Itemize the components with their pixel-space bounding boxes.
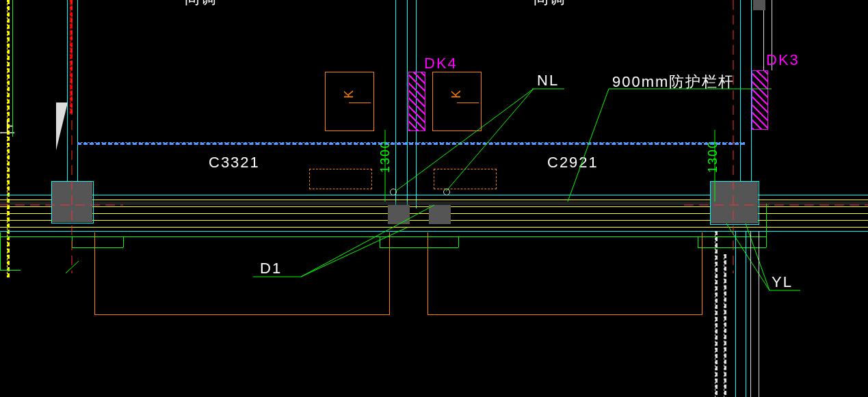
axis-line [70, 0, 73, 113]
section-marker [56, 102, 68, 150]
label-c3321: C3321 [209, 154, 260, 172]
wall-line [77, 0, 78, 184]
wall-line [746, 231, 746, 397]
column-fill [429, 205, 451, 224]
column-outline [710, 181, 759, 225]
symbol-box-a-right [434, 169, 497, 189]
rail-line [458, 236, 459, 247]
column-fill [388, 205, 410, 224]
tick [457, 102, 479, 103]
wall-line [750, 231, 751, 397]
rail-line [0, 270, 21, 271]
wall-line [67, 0, 68, 184]
label-guard-rail: 900mm防护栏杆 [612, 72, 735, 92]
rail-line [0, 236, 766, 237]
slab-right [428, 232, 702, 315]
wall-line [759, 231, 759, 397]
centerline [715, 231, 718, 397]
svg-line-9 [726, 223, 770, 290]
wall-line [763, 0, 764, 70]
column-fill [753, 0, 765, 10]
symbol-box-a-left [309, 169, 372, 189]
rail-line [766, 204, 767, 247]
label-k-left: K [342, 89, 356, 98]
wall-line [735, 231, 736, 397]
dot-marker [390, 189, 397, 195]
dot-marker [443, 189, 450, 195]
label-dk4: DK4 [424, 55, 458, 72]
label-top-left: 间调 [185, 0, 218, 9]
label-nl: NL [537, 72, 559, 90]
rail-line [0, 232, 1, 270]
label-top-right: 间调 [534, 0, 566, 9]
wall-line [395, 0, 396, 208]
svg-line-13 [66, 261, 79, 273]
center-line [77, 142, 745, 145]
hatch-dk3 [752, 70, 768, 130]
label-d1: D1 [260, 260, 282, 277]
rail-line [123, 236, 124, 247]
svg-line-4 [568, 89, 609, 202]
rail-line [72, 247, 123, 248]
cad-drawing-canvas: { "labels": { "top_partial_left": "间调", … [0, 0, 868, 397]
beam-edge [0, 231, 868, 232]
dim-1300-left: 1300 [378, 140, 393, 173]
rail-line [380, 236, 380, 247]
label-k-right: K [449, 89, 464, 98]
symbol-box-k-right [432, 72, 482, 131]
rail-line [72, 236, 73, 247]
dim-1300-right: 1300 [706, 140, 720, 173]
symbol-box-k-left [325, 72, 374, 131]
rail-line [380, 247, 458, 248]
wall-line [740, 0, 741, 187]
leader-line [12, 0, 13, 137]
wall-line [407, 0, 408, 208]
hatch-dk4 [408, 72, 425, 131]
label-c2921: C2921 [547, 154, 599, 172]
tick [349, 102, 371, 103]
rail-line [698, 236, 698, 247]
column-outline [51, 181, 94, 223]
rail-line [698, 247, 766, 248]
centerline [724, 254, 726, 397]
label-dk3: DK3 [766, 51, 800, 69]
slab-left [94, 232, 390, 315]
beam-line [0, 227, 868, 228]
label-yl: YL [772, 273, 793, 291]
